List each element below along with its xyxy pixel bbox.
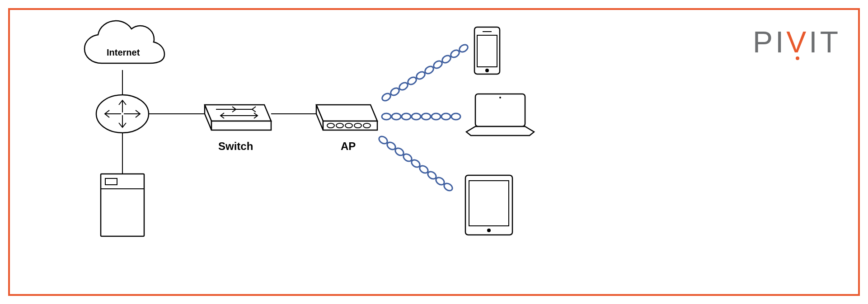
svg-point-39	[441, 113, 450, 120]
wireless-link-tablet	[378, 135, 454, 192]
network-diagram: .line { stroke:#000; stroke-width:2; fil…	[0, 0, 868, 304]
svg-point-53	[485, 69, 489, 72]
switch-icon	[205, 105, 271, 130]
wireless-link-laptop	[382, 113, 460, 120]
ap-label: AP	[341, 140, 356, 153]
tablet-icon	[465, 175, 512, 235]
svg-point-34	[392, 113, 401, 120]
router-icon	[96, 95, 149, 133]
svg-point-18	[327, 123, 334, 128]
svg-marker-15	[316, 105, 377, 121]
svg-point-22	[363, 123, 371, 128]
laptop-icon	[466, 94, 534, 136]
internet-label: Internet	[107, 47, 140, 58]
svg-point-38	[432, 113, 441, 120]
svg-marker-10	[211, 121, 271, 130]
svg-rect-54	[475, 94, 525, 126]
svg-point-37	[422, 113, 431, 120]
svg-point-20	[345, 123, 352, 128]
svg-point-40	[451, 113, 460, 120]
svg-point-21	[354, 123, 361, 128]
svg-point-35	[402, 113, 411, 120]
svg-point-33	[382, 113, 391, 120]
svg-point-56	[499, 97, 501, 98]
svg-point-36	[412, 113, 421, 120]
svg-marker-55	[466, 126, 534, 136]
svg-marker-8	[205, 105, 271, 121]
ap-icon	[316, 105, 377, 130]
server-icon	[101, 174, 144, 236]
phone-icon	[474, 27, 500, 74]
switch-label: Switch	[218, 140, 253, 153]
svg-point-19	[336, 123, 343, 128]
wireless-link-phone	[381, 43, 469, 102]
svg-rect-5	[101, 174, 144, 236]
svg-point-59	[487, 229, 491, 232]
